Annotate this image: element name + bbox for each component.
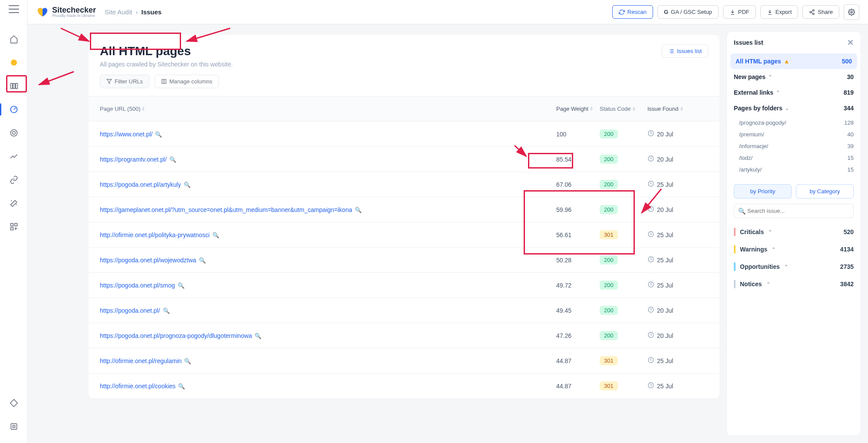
status-badge: 301 bbox=[600, 356, 618, 365]
page-url-link[interactable]: https://pogoda.onet.pl/wojewodztwa bbox=[100, 257, 196, 264]
home-icon bbox=[10, 35, 18, 43]
nav-analytics[interactable] bbox=[6, 149, 22, 164]
nav-diamond[interactable] bbox=[6, 395, 22, 411]
page-url-link[interactable]: https://www.onet.pl/ bbox=[100, 131, 152, 138]
nav-home[interactable] bbox=[6, 31, 22, 47]
search-issue-input[interactable] bbox=[734, 204, 854, 218]
tab-by-category[interactable]: by Category bbox=[796, 184, 854, 198]
breadcrumb-current: Issues bbox=[141, 8, 162, 16]
table-row[interactable]: http://ofirmie.onet.pl/cookies🔍 44.87 30… bbox=[89, 373, 719, 398]
dot-icon bbox=[11, 60, 17, 66]
magnify-icon[interactable]: 🔍 bbox=[155, 131, 162, 138]
th-url[interactable]: Page URL (500) bbox=[100, 106, 556, 112]
page-url-link[interactable]: https://pogoda.onet.pl/prognoza-pogody/d… bbox=[100, 332, 252, 339]
panel-item-folders[interactable]: Pages by folders ⌄ 344 bbox=[727, 100, 861, 116]
table-row[interactable]: https://pogoda.onet.pl/wojewodztwa🔍 50.2… bbox=[89, 247, 719, 272]
table-row[interactable]: https://pogoda.onet.pl/🔍 49.45 200 20 Ju… bbox=[89, 298, 719, 323]
magnify-icon[interactable]: 🔍 bbox=[184, 182, 191, 188]
manage-columns-button[interactable]: Manage columns bbox=[155, 75, 219, 88]
nav-audit[interactable] bbox=[6, 102, 22, 117]
filter-urls-button[interactable]: Filter URLs bbox=[100, 75, 149, 88]
clock-icon bbox=[647, 281, 654, 289]
magnify-icon[interactable]: 🔍 bbox=[199, 257, 206, 264]
issues-list-button[interactable]: Issues list bbox=[662, 44, 708, 58]
panel-close[interactable]: ✕ bbox=[847, 38, 854, 47]
refresh-icon bbox=[619, 9, 625, 15]
clock-icon bbox=[647, 205, 654, 214]
page-url-link[interactable]: https://pogoda.onet.pl/artykuly bbox=[100, 181, 181, 188]
th-status[interactable]: Status Code bbox=[600, 106, 647, 112]
nav-settings-bottom[interactable] bbox=[6, 419, 22, 434]
breadcrumb-sep: › bbox=[135, 8, 138, 16]
magnify-icon[interactable]: 🔍 bbox=[169, 156, 176, 163]
nav-dashboard[interactable] bbox=[6, 78, 22, 94]
logo[interactable]: Sitechecker Proudly made in Ukraine bbox=[36, 6, 96, 18]
folder-item[interactable]: /informacje/39 bbox=[727, 140, 861, 152]
page-url-link[interactable]: https://pogoda.onet.pl/smog bbox=[100, 282, 175, 289]
magnify-icon[interactable]: 🔍 bbox=[355, 207, 362, 213]
folder-item[interactable]: /lodz/15 bbox=[727, 152, 861, 164]
nav-apps[interactable] bbox=[6, 219, 22, 235]
page-url-link[interactable]: https://gameplanet.onet.pl/?utm_source=o… bbox=[100, 206, 352, 213]
page-url-link[interactable]: https://programtv.onet.pl/ bbox=[100, 156, 167, 163]
page-url-link[interactable]: https://pogoda.onet.pl/ bbox=[100, 307, 160, 314]
page-url-link[interactable]: http://ofirmie.onet.pl/regulamin bbox=[100, 357, 182, 364]
ga-label: GA / GSC Setup bbox=[671, 9, 712, 15]
nav-tools[interactable] bbox=[6, 195, 22, 211]
nav-project[interactable] bbox=[6, 55, 22, 70]
rescan-button[interactable]: Rescan bbox=[612, 5, 653, 19]
magnify-icon[interactable]: 🔍 bbox=[184, 358, 191, 364]
table-row[interactable]: http://ofirmie.onet.pl/regulamin🔍 44.87 … bbox=[89, 348, 719, 373]
settings-button[interactable] bbox=[844, 4, 859, 20]
nav-links[interactable] bbox=[6, 172, 22, 188]
ga-gsc-button[interactable]: G GA / GSC Setup bbox=[657, 5, 719, 19]
export-button[interactable]: Export bbox=[760, 5, 799, 19]
magnify-icon[interactable]: 🔍 bbox=[163, 307, 170, 314]
table-row[interactable]: http://ofirmie.onet.pl/polityka-prywatno… bbox=[89, 222, 719, 247]
issue-date: 20 Jul bbox=[657, 156, 673, 163]
table-row[interactable]: https://pogoda.onet.pl/artykuly🔍 67.06 2… bbox=[89, 172, 719, 197]
pdf-button[interactable]: PDF bbox=[723, 5, 756, 19]
magnify-icon[interactable]: 🔍 bbox=[178, 383, 185, 390]
issue-date: 25 Jul bbox=[657, 181, 673, 188]
table-row[interactable]: https://gameplanet.onet.pl/?utm_source=o… bbox=[89, 197, 719, 222]
priority-item[interactable]: Warnings ⌃4134 bbox=[727, 241, 861, 258]
th-issue[interactable]: Issue Found bbox=[647, 106, 708, 112]
magnify-icon[interactable]: 🔍 bbox=[254, 333, 261, 339]
all-html-label: All HTML pages bbox=[736, 58, 781, 65]
priority-item[interactable]: Criticals ⌃520 bbox=[727, 223, 861, 241]
clock-icon bbox=[647, 130, 654, 138]
filter-urls-label: Filter URLs bbox=[115, 78, 143, 85]
table-row[interactable]: https://pogoda.onet.pl/prognoza-pogody/d… bbox=[89, 323, 719, 348]
clock-icon bbox=[647, 306, 654, 314]
folder-item[interactable]: /prognoza-pogody/128 bbox=[727, 117, 861, 129]
page-url-link[interactable]: http://ofirmie.onet.pl/cookies bbox=[100, 383, 175, 390]
th-weight[interactable]: Page Weight bbox=[556, 106, 600, 112]
panel-item-external[interactable]: External links ⌃ 819 bbox=[727, 85, 861, 100]
clock-icon bbox=[647, 382, 654, 390]
table-row[interactable]: https://www.onet.pl/🔍 100 200 20 Jul bbox=[89, 121, 719, 146]
table-row[interactable]: https://pogoda.onet.pl/smog🔍 49.72 200 2… bbox=[89, 272, 719, 298]
breadcrumb-parent[interactable]: Site Audit bbox=[105, 8, 132, 16]
panel-item-new-pages[interactable]: New pages ⌃ 30 bbox=[727, 69, 861, 85]
gear-icon bbox=[848, 9, 855, 16]
magnify-icon[interactable]: 🔍 bbox=[212, 232, 219, 238]
issue-date: 25 Jul bbox=[657, 282, 673, 289]
trend-icon bbox=[10, 152, 18, 161]
status-badge: 301 bbox=[600, 381, 618, 390]
table-row[interactable]: https://programtv.onet.pl/🔍 85.54 200 20… bbox=[89, 146, 719, 172]
page-url-link[interactable]: http://ofirmie.onet.pl/polityka-prywatno… bbox=[100, 231, 210, 238]
tab-by-priority[interactable]: by Priority bbox=[734, 184, 792, 198]
share-button[interactable]: Share bbox=[802, 5, 839, 19]
magnify-icon[interactable]: 🔍 bbox=[178, 282, 185, 289]
folder-item[interactable]: /artykuly/15 bbox=[727, 164, 861, 175]
folder-item[interactable]: /premium/40 bbox=[727, 129, 861, 140]
download-icon bbox=[729, 9, 736, 15]
menu-toggle[interactable] bbox=[9, 5, 19, 13]
chevron-up-icon: ⌃ bbox=[768, 229, 772, 235]
priority-item[interactable]: Notices ⌃3842 bbox=[727, 275, 861, 293]
panel-item-all-html[interactable]: All HTML pages ▲ 500 bbox=[730, 53, 857, 69]
nav-rank[interactable] bbox=[6, 125, 22, 141]
priority-item[interactable]: Opportunities ⌃2735 bbox=[727, 258, 861, 275]
target-icon bbox=[10, 129, 18, 137]
